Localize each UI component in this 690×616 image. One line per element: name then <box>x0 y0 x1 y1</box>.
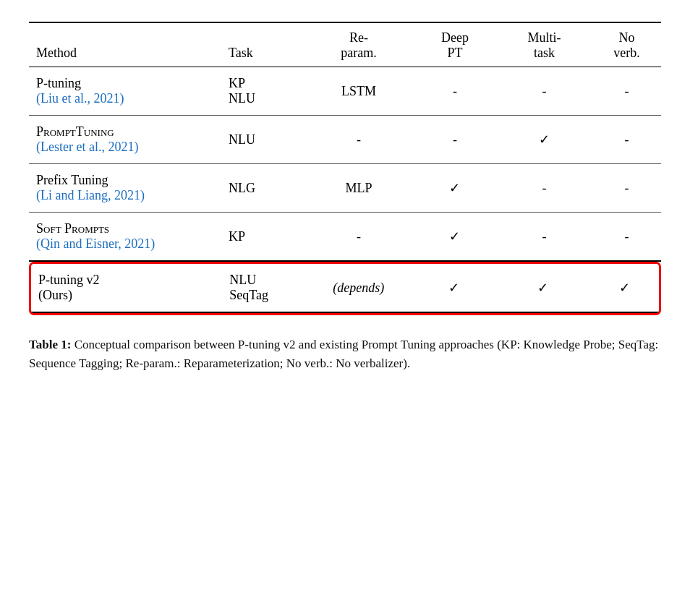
multitask-cell: - <box>496 164 592 213</box>
table-row: Soft Prompts (Qin and Eisner, 2021) KP -… <box>29 213 661 262</box>
method-name: Soft Prompts <box>36 221 109 236</box>
reparam-cell: MLP <box>304 164 414 213</box>
header-reparam: Re-param. <box>304 22 414 67</box>
noverb-cell: - <box>592 67 661 116</box>
comparison-table: Method Task Re-param. DeepPT Multi-task … <box>29 22 661 262</box>
method-cell: Soft Prompts (Qin and Eisner, 2021) <box>29 213 221 262</box>
header-row: Method Task Re-param. DeepPT Multi-task … <box>29 22 661 67</box>
caption-text: Conceptual comparison between P-tuning v… <box>29 338 658 370</box>
method-cell: P-tuning (Liu et al., 2021) <box>29 67 221 116</box>
method-name: P-tuning v2 <box>38 273 100 287</box>
method-name: P-tuning <box>36 76 81 90</box>
highlighted-row-wrapper: P-tuning v2 (Ours) NLUSeqTag (depends) ✓… <box>29 262 661 315</box>
method-ref: (Ours) <box>38 288 72 302</box>
comparison-table-container: Method Task Re-param. DeepPT Multi-task … <box>29 22 661 315</box>
deeppt-cell: ✓ <box>413 264 495 312</box>
noverb-cell: ✓ <box>591 264 659 312</box>
header-method: Method <box>29 22 221 67</box>
header-noverb: Noverb. <box>592 22 661 67</box>
method-ref: (Liu et al., 2021) <box>36 91 124 106</box>
table-header: Method Task Re-param. DeepPT Multi-task … <box>29 22 661 67</box>
table-body: P-tuning (Liu et al., 2021) KPNLU LSTM -… <box>29 67 661 262</box>
method-name: PromptTuning <box>36 124 114 139</box>
reparam-cell: LSTM <box>304 67 414 116</box>
method-ref: (Li and Liang, 2021) <box>36 188 145 202</box>
reparam-cell: - <box>304 213 414 262</box>
highlighted-body: P-tuning v2 (Ours) NLUSeqTag (depends) ✓… <box>31 264 659 312</box>
header-deeppt: DeepPT <box>414 22 496 67</box>
method-name: Prefix Tuning <box>36 173 108 187</box>
task-cell: NLUSeqTag <box>222 264 304 312</box>
method-ref: (Lester et al., 2021) <box>36 140 138 154</box>
table-row: Prefix Tuning (Li and Liang, 2021) NLG M… <box>29 164 661 213</box>
method-ref: (Qin and Eisner, 2021) <box>36 236 155 251</box>
table-row: P-tuning (Liu et al., 2021) KPNLU LSTM -… <box>29 67 661 116</box>
deeppt-cell: ✓ <box>414 213 496 262</box>
reparam-cell: (depends) <box>304 264 413 312</box>
multitask-cell: - <box>496 213 592 262</box>
highlighted-table: P-tuning v2 (Ours) NLUSeqTag (depends) ✓… <box>31 264 659 313</box>
deeppt-cell: - <box>414 67 496 116</box>
table-caption: Table 1: Conceptual comparison between P… <box>29 335 661 374</box>
method-cell: Prefix Tuning (Li and Liang, 2021) <box>29 164 221 213</box>
method-cell: P-tuning v2 (Ours) <box>31 264 222 312</box>
multitask-cell: - <box>496 67 592 116</box>
method-cell: PromptTuning (Lester et al., 2021) <box>29 116 221 164</box>
noverb-cell: - <box>592 116 661 164</box>
noverb-cell: - <box>592 213 661 262</box>
task-cell: NLU <box>221 116 304 164</box>
header-task: Task <box>221 22 304 67</box>
caption-label: Table 1: <box>29 338 71 351</box>
task-cell: KPNLU <box>221 67 304 116</box>
deeppt-cell: - <box>414 116 496 164</box>
reparam-cell: - <box>304 116 414 164</box>
header-multitask: Multi-task <box>496 22 592 67</box>
highlighted-row: P-tuning v2 (Ours) NLUSeqTag (depends) ✓… <box>31 264 659 312</box>
table-row: PromptTuning (Lester et al., 2021) NLU -… <box>29 116 661 164</box>
deeppt-cell: ✓ <box>414 164 496 213</box>
task-cell: KP <box>221 213 304 262</box>
multitask-cell: ✓ <box>496 116 592 164</box>
task-cell: NLG <box>221 164 304 213</box>
noverb-cell: - <box>592 164 661 213</box>
multitask-cell: ✓ <box>495 264 591 312</box>
